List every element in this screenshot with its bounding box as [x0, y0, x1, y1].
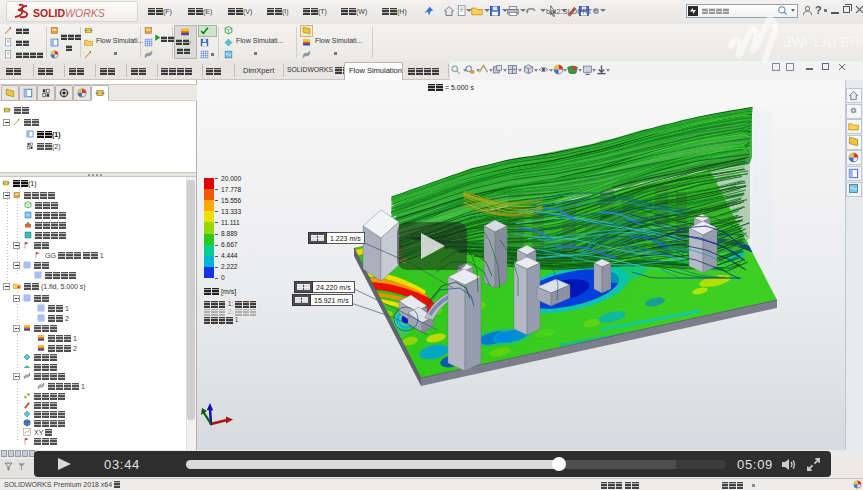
svg-text:JW: JW — [784, 34, 805, 50]
svg-text:PLAYER: PLAYER — [804, 34, 859, 50]
